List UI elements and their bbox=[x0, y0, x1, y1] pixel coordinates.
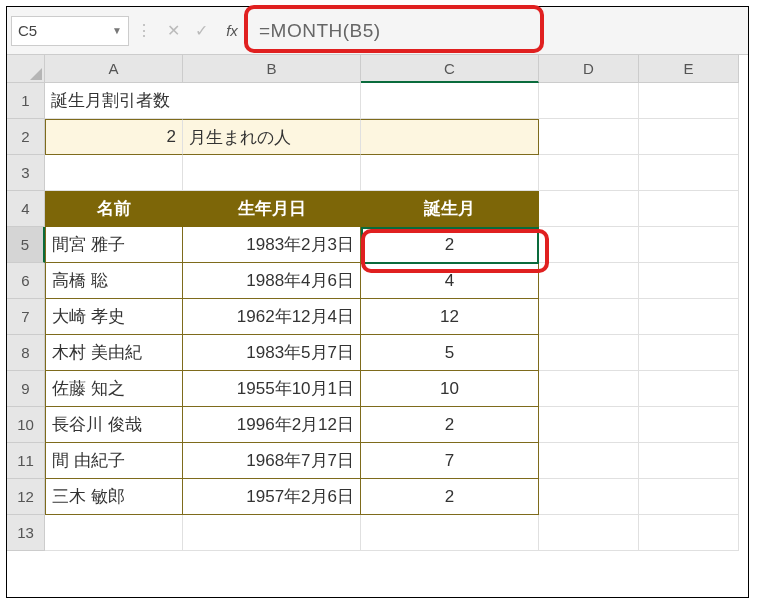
row-header-8[interactable]: 8 bbox=[7, 335, 45, 371]
row-header-1[interactable]: 1 bbox=[7, 83, 45, 119]
cell-a6[interactable]: 高橋 聡 bbox=[45, 263, 183, 299]
cell-c7[interactable]: 12 bbox=[361, 299, 539, 335]
cell-c5[interactable]: 2 bbox=[361, 227, 539, 263]
cell-e1[interactable] bbox=[639, 83, 739, 119]
row-header-9[interactable]: 9 bbox=[7, 371, 45, 407]
th-dob[interactable]: 生年月日 bbox=[183, 191, 361, 227]
cell-d8[interactable] bbox=[539, 335, 639, 371]
cell-a5[interactable]: 間宮 雅子 bbox=[45, 227, 183, 263]
row-header-10[interactable]: 10 bbox=[7, 407, 45, 443]
col-header-a[interactable]: A bbox=[45, 55, 183, 83]
formula-input[interactable]: =MONTH(B5) bbox=[249, 15, 549, 47]
cell-e8[interactable] bbox=[639, 335, 739, 371]
row-header-12[interactable]: 12 bbox=[7, 479, 45, 515]
cell-b11[interactable]: 1968年7月7日 bbox=[183, 443, 361, 479]
cell-d9[interactable] bbox=[539, 371, 639, 407]
col-header-b[interactable]: B bbox=[183, 55, 361, 83]
cell-a12[interactable]: 三木 敏郎 bbox=[45, 479, 183, 515]
cell-e3[interactable] bbox=[639, 155, 739, 191]
cell-b2[interactable]: 月生まれの人 bbox=[183, 119, 361, 155]
cancel-icon[interactable]: ✕ bbox=[159, 21, 187, 40]
cell-e2[interactable] bbox=[639, 119, 739, 155]
th-name[interactable]: 名前 bbox=[45, 191, 183, 227]
cell-e10[interactable] bbox=[639, 407, 739, 443]
cell-c8[interactable]: 5 bbox=[361, 335, 539, 371]
cell-a8[interactable]: 木村 美由紀 bbox=[45, 335, 183, 371]
row-header-6[interactable]: 6 bbox=[7, 263, 45, 299]
cell-d11[interactable] bbox=[539, 443, 639, 479]
row-header-3[interactable]: 3 bbox=[7, 155, 45, 191]
cell-c3[interactable] bbox=[361, 155, 539, 191]
cell-e13[interactable] bbox=[639, 515, 739, 551]
select-all-corner[interactable] bbox=[7, 55, 45, 83]
col-header-d[interactable]: D bbox=[539, 55, 639, 83]
cell-d2[interactable] bbox=[539, 119, 639, 155]
cell-d1[interactable] bbox=[539, 83, 639, 119]
cell-a1[interactable]: 誕生月割引者数 bbox=[45, 83, 361, 119]
cell-b10[interactable]: 1996年2月12日 bbox=[183, 407, 361, 443]
cell-e6[interactable] bbox=[639, 263, 739, 299]
name-box-value: C5 bbox=[18, 22, 37, 39]
separator-icon: ⋮ bbox=[129, 21, 159, 40]
cell-e12[interactable] bbox=[639, 479, 739, 515]
row-header-7[interactable]: 7 bbox=[7, 299, 45, 335]
cell-e11[interactable] bbox=[639, 443, 739, 479]
th-month[interactable]: 誕生月 bbox=[361, 191, 539, 227]
cell-d4[interactable] bbox=[539, 191, 639, 227]
cell-a10[interactable]: 長谷川 俊哉 bbox=[45, 407, 183, 443]
cell-c13[interactable] bbox=[361, 515, 539, 551]
row-header-5[interactable]: 5 bbox=[7, 227, 45, 263]
cell-b13[interactable] bbox=[183, 515, 361, 551]
row-header-11[interactable]: 11 bbox=[7, 443, 45, 479]
cell-d10[interactable] bbox=[539, 407, 639, 443]
row-header-2[interactable]: 2 bbox=[7, 119, 45, 155]
cell-e5[interactable] bbox=[639, 227, 739, 263]
cell-b9[interactable]: 1955年10月1日 bbox=[183, 371, 361, 407]
cell-d13[interactable] bbox=[539, 515, 639, 551]
cell-c9[interactable]: 10 bbox=[361, 371, 539, 407]
cell-a11[interactable]: 間 由紀子 bbox=[45, 443, 183, 479]
cell-d5[interactable] bbox=[539, 227, 639, 263]
col-header-c[interactable]: C bbox=[361, 55, 539, 83]
cell-c10[interactable]: 2 bbox=[361, 407, 539, 443]
cell-d6[interactable] bbox=[539, 263, 639, 299]
cell-c11[interactable]: 7 bbox=[361, 443, 539, 479]
cell-e9[interactable] bbox=[639, 371, 739, 407]
formula-bar: C5 ▼ ⋮ ✕ ✓ fx =MONTH(B5) bbox=[7, 7, 748, 55]
cell-b8[interactable]: 1983年5月7日 bbox=[183, 335, 361, 371]
cell-b6[interactable]: 1988年4月6日 bbox=[183, 263, 361, 299]
cell-c6[interactable]: 4 bbox=[361, 263, 539, 299]
cell-b3[interactable] bbox=[183, 155, 361, 191]
chevron-down-icon[interactable]: ▼ bbox=[112, 25, 122, 36]
cell-e7[interactable] bbox=[639, 299, 739, 335]
cell-c12[interactable]: 2 bbox=[361, 479, 539, 515]
col-header-e[interactable]: E bbox=[639, 55, 739, 83]
enter-icon[interactable]: ✓ bbox=[187, 21, 215, 40]
fx-icon[interactable]: fx bbox=[215, 22, 249, 39]
cell-c1[interactable] bbox=[361, 83, 539, 119]
cell-a9[interactable]: 佐藤 知之 bbox=[45, 371, 183, 407]
cell-b5[interactable]: 1983年2月3日 bbox=[183, 227, 361, 263]
row-header-13[interactable]: 13 bbox=[7, 515, 45, 551]
cell-b7[interactable]: 1962年12月4日 bbox=[183, 299, 361, 335]
cell-a7[interactable]: 大崎 孝史 bbox=[45, 299, 183, 335]
cell-d3[interactable] bbox=[539, 155, 639, 191]
name-box[interactable]: C5 ▼ bbox=[11, 16, 129, 46]
cell-a2[interactable]: 2 bbox=[45, 119, 183, 155]
row-header-4[interactable]: 4 bbox=[7, 191, 45, 227]
cell-c2[interactable] bbox=[361, 119, 539, 155]
spreadsheet-grid[interactable]: A B C D E 1 誕生月割引者数 2 2 月生まれの人 3 4 名前 生年… bbox=[7, 55, 748, 551]
cell-b12[interactable]: 1957年2月6日 bbox=[183, 479, 361, 515]
cell-e4[interactable] bbox=[639, 191, 739, 227]
cell-d12[interactable] bbox=[539, 479, 639, 515]
cell-a13[interactable] bbox=[45, 515, 183, 551]
cell-a3[interactable] bbox=[45, 155, 183, 191]
cell-d7[interactable] bbox=[539, 299, 639, 335]
